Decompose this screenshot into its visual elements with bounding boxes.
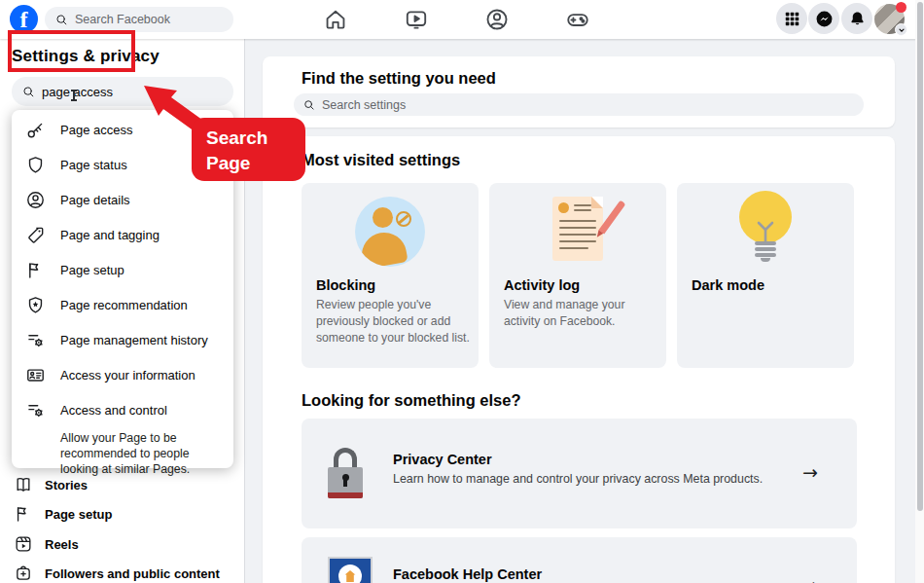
suggestion-page-and-tagging[interactable]: Page and tagging — [12, 217, 233, 252]
annotation-highlight-box — [8, 30, 135, 72]
settings-search-input[interactable] — [42, 85, 197, 99]
most-visited-title: Most visited settings — [302, 151, 460, 169]
book-icon — [14, 475, 33, 494]
lightbulb-illustration — [677, 191, 854, 269]
facebook-logo[interactable]: f — [10, 5, 38, 33]
facebook-search-bar[interactable] — [45, 7, 233, 32]
suggestion-page-management-history[interactable]: Page management history — [12, 322, 233, 357]
person-plus-icon — [14, 564, 33, 583]
looking-else-title: Looking for something else? — [302, 391, 521, 410]
text-cursor-icon — [73, 90, 75, 101]
card-description: Learn how to manage and control your pri… — [393, 472, 763, 486]
messenger-icon[interactable] — [808, 3, 839, 34]
annotation-text-line2: Page — [206, 151, 305, 176]
find-setting-title: Find the setting you need — [302, 69, 496, 88]
sidebar-item-label: Stories — [45, 478, 88, 492]
sidebar-item-followers-public-content[interactable]: Followers and public content — [0, 559, 243, 583]
search-icon — [302, 98, 316, 112]
menu-grid-icon[interactable] — [776, 3, 807, 34]
suggestion-label: Page setup — [60, 263, 124, 277]
suggestion-label: Page management history — [60, 333, 208, 347]
tile-title: Dark mode — [692, 277, 764, 293]
tile-title: Blocking — [316, 277, 375, 293]
suggestion-label: Page access — [60, 123, 132, 137]
scrollbar-thumb[interactable] — [917, 2, 923, 511]
top-navigation-bar: f — [0, 0, 924, 39]
search-icon — [21, 85, 36, 99]
suggestion-label: Page recommendation — [60, 298, 188, 312]
help-center-illustration — [328, 557, 373, 583]
reels-icon — [14, 534, 33, 554]
settings-main-panel: Find the setting you need Most visited s… — [245, 39, 924, 583]
arrow-right-icon: → — [802, 461, 818, 483]
settings-search-bar[interactable] — [12, 77, 233, 106]
annotation-callout: Search Page — [192, 118, 305, 181]
sidebar-item-page-setup[interactable]: Page setup — [0, 499, 243, 528]
notification-dot — [896, 2, 906, 13]
tile-title: Activity log — [504, 277, 580, 293]
shield-star-icon — [25, 295, 46, 315]
lock-illustration — [328, 448, 363, 498]
tile-description: View and manage your activity on Faceboo… — [504, 297, 657, 330]
home-icon[interactable] — [323, 7, 348, 32]
id-card-icon — [25, 365, 46, 385]
suggestion-page-setup[interactable]: Page setup — [12, 252, 233, 287]
facebook-settings-page: f — [0, 0, 924, 583]
suggestion-access-your-information[interactable]: Access your information — [12, 357, 233, 392]
facebook-search-input[interactable] — [75, 13, 221, 26]
tag-icon — [25, 225, 46, 245]
suggestion-label: Access and control — [60, 403, 167, 418]
profile-avatar[interactable] — [874, 4, 905, 34]
find-setting-card: Find the setting you need — [263, 56, 895, 128]
key-icon — [25, 120, 46, 140]
suggestion-label: Page details — [60, 193, 130, 207]
arrow-right-icon: → — [802, 574, 818, 583]
card-title: Facebook Help Center — [393, 566, 542, 582]
person-circle-icon — [25, 190, 46, 210]
shield-icon — [25, 155, 46, 175]
sidebar-item-reels[interactable]: Reels — [0, 529, 243, 559]
groups-icon[interactable] — [484, 7, 510, 32]
suggestion-access-and-control[interactable]: Access and control — [12, 392, 233, 427]
suggestion-page-recommendation[interactable]: Page recommendation — [12, 287, 233, 322]
settings-content-card: Most visited settings Blocking Review pe… — [263, 136, 895, 583]
sidebar-item-label: Followers and public content — [45, 566, 220, 581]
annotation-text-line1: Search — [206, 126, 305, 151]
search-settings-input[interactable] — [322, 98, 828, 112]
sidebar-item-label: Reels — [45, 537, 79, 552]
dropdown-footnote: Allow your Page to be recommended to peo… — [12, 427, 233, 478]
privacy-center-card[interactable]: Privacy Center Learn how to manage and c… — [302, 419, 857, 528]
page-scrollbar[interactable] — [915, 0, 924, 583]
sliders-gear-icon — [25, 400, 46, 420]
suggestion-label: Access your information — [60, 368, 195, 383]
search-icon — [54, 13, 69, 27]
tile-blocking[interactable]: Blocking Review people you've previously… — [302, 183, 479, 368]
watch-icon[interactable] — [404, 7, 429, 32]
activity-log-illustration — [489, 197, 666, 274]
gaming-icon[interactable] — [565, 7, 590, 32]
sliders-gear-icon — [25, 330, 46, 350]
search-settings-bar[interactable] — [294, 93, 864, 116]
suggestion-label: Page and tagging — [60, 228, 160, 242]
tile-activity-log[interactable]: Activity log View and manage your activi… — [489, 183, 666, 368]
flag-icon — [25, 260, 46, 280]
blocking-illustration — [302, 197, 479, 274]
tile-description: Review people you've previously blocked … — [316, 297, 470, 346]
flag-icon — [14, 504, 33, 524]
suggestion-page-details[interactable]: Page details — [12, 182, 233, 217]
chevron-down-icon — [895, 23, 907, 36]
notifications-icon[interactable] — [841, 3, 872, 34]
sidebar-item-label: Page setup — [45, 507, 112, 522]
card-title: Privacy Center — [393, 452, 492, 467]
tile-dark-mode[interactable]: Dark mode — [677, 183, 854, 368]
suggestion-label: Page status — [60, 158, 127, 172]
help-center-card[interactable]: Facebook Help Center → — [302, 537, 857, 583]
